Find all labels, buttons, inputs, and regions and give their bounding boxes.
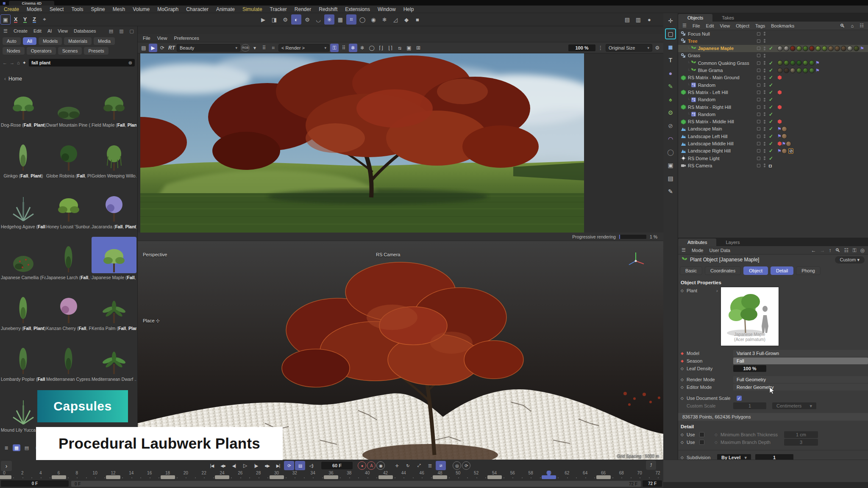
redshift-tag-icon[interactable]: ⬢: [777, 141, 782, 147]
motion-loop-button[interactable]: ⟳: [462, 461, 470, 470]
enabled-check-icon[interactable]: ✓: [769, 141, 773, 147]
quantize-icon[interactable]: ⌗: [346, 14, 356, 25]
om-menu-edit[interactable]: Edit: [706, 23, 714, 28]
visibility-dots[interactable]: [764, 141, 765, 146]
menu-item-extensions[interactable]: Extensions: [341, 6, 374, 12]
visibility-dots[interactable]: [764, 127, 765, 131]
enabled-check-icon[interactable]: ✓: [769, 60, 773, 66]
plant-item[interactable]: Japanese Camellia (Fal…: [1, 237, 46, 287]
tab-attributes[interactable]: Attributes: [678, 238, 716, 246]
current-frame-field[interactable]: 60 F: [321, 462, 353, 469]
attr-pill-coordinates[interactable]: Coordinates: [705, 266, 741, 275]
editor-mode-dropdown[interactable]: Render Geometry: [733, 384, 868, 391]
ab-grid-icon[interactable]: ⠿: [339, 44, 348, 52]
object-row[interactable]: RS Matrix - Left Hill✓⬢: [678, 89, 868, 96]
material-swatch[interactable]: [796, 60, 802, 66]
object-name[interactable]: Landscape Left Hill: [688, 134, 728, 139]
texture-tag-icon[interactable]: [782, 133, 787, 139]
visibility-dots[interactable]: [764, 39, 765, 43]
object-row[interactable]: RS Camera◘: [678, 162, 868, 169]
forward-icon[interactable]: →: [820, 247, 825, 253]
enabled-check-icon[interactable]: ✓: [769, 82, 773, 88]
preset-dropdown[interactable]: Custom ▾: [835, 256, 865, 263]
object-name[interactable]: Landscape Middle Hill: [688, 141, 734, 146]
region-circle-icon[interactable]: ◯: [367, 44, 376, 52]
layer-toggle-icon[interactable]: [757, 164, 760, 167]
workplane-icon[interactable]: ◯: [357, 14, 367, 25]
keyframe-marker[interactable]: [324, 475, 338, 479]
layer-toggle-icon[interactable]: [757, 135, 760, 138]
asset-menu-view[interactable]: View: [58, 28, 68, 33]
object-row[interactable]: └Common Quaking Grass✓⚑: [678, 59, 868, 67]
keyframe-marker[interactable]: [378, 475, 393, 479]
asset-menu-databases[interactable]: Databases: [74, 28, 96, 33]
menu-item-modes[interactable]: Modes: [23, 6, 46, 12]
enabled-check-icon[interactable]: ✓: [769, 97, 773, 103]
object-name[interactable]: RS Camera: [688, 163, 712, 168]
material-swatch[interactable]: [809, 68, 815, 73]
menu-item-window[interactable]: Window: [374, 6, 400, 12]
visibility-dots[interactable]: [764, 83, 765, 87]
clipboard-button[interactable]: ▤: [295, 461, 305, 470]
menu-item-volume[interactable]: Volume: [129, 6, 153, 12]
layout-monitor2-icon[interactable]: ▥: [633, 14, 643, 25]
material-swatch[interactable]: [835, 46, 840, 51]
parent-icon[interactable]: ↑: [829, 247, 832, 253]
ipr-play-icon[interactable]: ▶: [149, 44, 157, 52]
material-swatch[interactable]: [777, 68, 783, 73]
key-diamond-icon[interactable]: ◇: [681, 440, 687, 444]
material-swatch[interactable]: [822, 46, 827, 51]
axis-x-button[interactable]: X: [11, 15, 20, 24]
menu-item-simulate[interactable]: Simulate: [239, 6, 266, 12]
crop-icon[interactable]: ⌗: [269, 44, 278, 52]
visibility-dots[interactable]: [764, 112, 765, 116]
object-row[interactable]: Grass: [678, 52, 868, 59]
image-add-icon[interactable]: ⊞: [414, 44, 423, 52]
menu-item-tools[interactable]: Tools: [67, 6, 87, 12]
search-input[interactable]: fall plant ⊗: [29, 59, 135, 67]
render-region-icon[interactable]: ◨: [269, 14, 279, 25]
hamburger-icon[interactable]: ☰: [3, 28, 8, 34]
detail-view-icon[interactable]: ▤: [23, 444, 31, 451]
enabled-check-icon[interactable]: ✓: [769, 111, 773, 117]
sphere-primitive-icon[interactable]: ●: [665, 68, 676, 79]
material-swatch[interactable]: [790, 68, 796, 73]
object-row[interactable]: Landscape Middle Hill✓⬢⚑: [678, 140, 868, 147]
annotation-flag-icon[interactable]: ⚑: [860, 46, 864, 51]
layer-toggle-icon[interactable]: [757, 32, 760, 36]
plant-item[interactable]: Ginkgo (Fall, Plant): [1, 135, 46, 185]
layer-toggle-icon[interactable]: [757, 91, 760, 94]
render-mode-dropdown[interactable]: Full Geometry: [733, 376, 868, 383]
visibility-dots[interactable]: [764, 31, 765, 36]
zoom-stepper[interactable]: ⋮: [596, 44, 605, 52]
layer-toggle-icon[interactable]: [757, 113, 760, 116]
tab-layers[interactable]: Layers: [716, 238, 749, 246]
key-diamond-icon[interactable]: ◇: [681, 366, 687, 371]
object-name[interactable]: RS Matrix - Main Ground: [688, 75, 740, 80]
autokey-button[interactable]: A: [367, 461, 376, 470]
layout-monitor-icon[interactable]: ▤: [622, 14, 632, 25]
enabled-check-icon[interactable]: ✓: [769, 104, 773, 110]
filter-tab-scenes[interactable]: Scenes: [58, 47, 82, 55]
use-min-branch-checkbox[interactable]: [699, 432, 704, 437]
keyframe-marker[interactable]: [161, 475, 175, 479]
rt-label[interactable]: RT: [167, 44, 176, 52]
forward-icon[interactable]: →: [10, 60, 14, 65]
dynamic-guides-icon[interactable]: ✳: [324, 14, 334, 25]
render-settings-icon[interactable]: ⚙: [280, 14, 290, 25]
freeze-icon[interactable]: ❄: [379, 14, 389, 25]
grid-view-icon[interactable]: ▦: [13, 444, 20, 451]
film-strip-icon[interactable]: ▤: [139, 44, 148, 52]
filter-tab-operators[interactable]: Operators: [27, 47, 56, 55]
filter-tab-auto[interactable]: Auto: [3, 37, 21, 45]
redshift-tag-icon[interactable]: ⬢: [777, 119, 782, 125]
object-row[interactable]: RS Matrix - Main Ground✓⬢: [678, 74, 868, 81]
interactive-render-icon[interactable]: ◐: [291, 14, 301, 25]
filter-tab-all[interactable]: All: [23, 37, 36, 45]
filter-icon[interactable]: ☷: [844, 247, 849, 253]
motion-clip-button[interactable]: ◎: [453, 461, 461, 470]
gear-wrench-icon[interactable]: ⚙: [302, 14, 312, 25]
layer-toggle-icon[interactable]: [757, 120, 760, 123]
key-diamond-icon[interactable]: ◇: [681, 455, 687, 460]
spline-pen-icon[interactable]: ✎: [665, 81, 676, 92]
